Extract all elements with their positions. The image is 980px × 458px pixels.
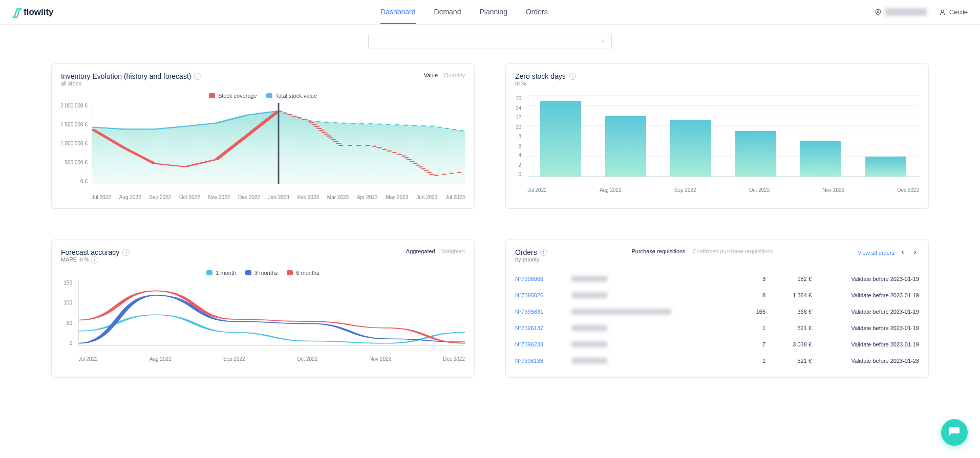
order-row: N°7395026████████81 364 €Validate before… (515, 287, 919, 303)
info-icon[interactable]: i (91, 256, 98, 264)
order-deadline: Validate before 2023-01-19 (817, 276, 919, 282)
legend-total-stock: Total stock value (275, 93, 317, 99)
order-id-link[interactable]: N°7395026 (515, 292, 566, 298)
user-menu[interactable]: Cecile (939, 8, 968, 16)
order-qty: 8 (735, 292, 765, 298)
pin-icon (875, 9, 882, 16)
order-qty: 3 (735, 276, 765, 282)
toggle-weighted[interactable]: Weighted (441, 248, 465, 254)
info-icon[interactable]: i (122, 249, 130, 256)
order-id-link[interactable]: N°7395831 (515, 309, 566, 315)
order-row: N°7395831████████████████████████165366 … (515, 303, 919, 320)
forecast-title: Forecast accuracy (61, 248, 119, 256)
tab-confirmed-req[interactable]: Confirmed purchase requisitions (693, 248, 774, 254)
order-desc: ████████ (571, 292, 730, 298)
main-nav: Dashboard Demand Planning Orders (380, 1, 548, 24)
toggle-value[interactable]: Value (424, 72, 438, 78)
legend-3m: 3 months (254, 270, 278, 276)
inventory-subtitle: all stock (61, 80, 201, 86)
user-name: Cecile (949, 8, 968, 16)
chevron-right-icon (912, 249, 918, 255)
forecast-subtitle: MAPE in % i (61, 256, 130, 264)
zero-stock-card: Zero stock days i In % 1614121086420 Jul… (505, 63, 929, 209)
order-amount: 366 € (771, 309, 812, 315)
orders-subtitle: by priority (515, 256, 547, 263)
orders-next-button[interactable] (911, 248, 919, 257)
order-row: N°7396138████████1521 €Validate before 2… (515, 353, 919, 369)
order-id-link[interactable]: N°7396137 (515, 325, 566, 331)
legend-stock-coverage: Stock coverage (218, 93, 257, 99)
order-amount: 521 € (771, 325, 812, 331)
nav-planning[interactable]: Planning (479, 1, 507, 24)
order-desc: ████████ (571, 358, 730, 364)
inventory-legend: Stock coverage Total stock value (61, 93, 465, 99)
svg-point-1 (942, 10, 944, 12)
order-amount: 521 € (771, 358, 812, 364)
order-desc: ████████████████████████ (571, 309, 730, 315)
header-right-group: ████████ Cecile (875, 8, 968, 16)
order-deadline: Validate before 2023-01-19 (817, 341, 919, 347)
location-selector[interactable]: ████████ (875, 8, 927, 16)
nav-orders[interactable]: Orders (526, 1, 548, 24)
orders-prev-button[interactable] (899, 248, 907, 257)
zero-stock-subtitle: In % (515, 80, 576, 86)
order-id-link[interactable]: N°7396233 (515, 341, 566, 347)
order-deadline: Validate before 2023-01-19 (817, 309, 919, 315)
legend-6m: 6 months (296, 270, 319, 276)
orders-card: Orders i by priority Purchase requisitio… (505, 239, 929, 378)
order-deadline: Validate before 2023-01-23 (817, 358, 919, 364)
zero-stock-title: Zero stock days (515, 72, 566, 80)
order-qty: 1 (735, 358, 765, 364)
order-amount: 3 038 € (771, 341, 812, 347)
order-desc: ████████ (571, 341, 730, 347)
brand-logo[interactable]: ∬ flowlity (12, 6, 54, 18)
location-name: ████████ (885, 8, 927, 16)
brand-name: flowlity (24, 7, 54, 17)
view-all-orders-link[interactable]: View all orders (858, 250, 894, 256)
forecast-toggle: Aggregated Weighted (406, 248, 465, 254)
forecast-card: Forecast accuracy i MAPE in % i Aggregat… (51, 239, 475, 378)
order-row: N°7396233████████73 038 €Validate before… (515, 336, 919, 353)
chevron-left-icon (900, 249, 906, 255)
legend-1m: 1 month (216, 270, 236, 276)
order-id-link[interactable]: N°7396138 (515, 358, 566, 364)
info-icon[interactable]: i (569, 73, 576, 80)
order-desc: ████████ (571, 325, 730, 331)
svg-point-0 (877, 11, 879, 13)
tab-purchase-req[interactable]: Purchase requisitions (631, 248, 685, 254)
inventory-title: Inventory Evolution (history and forecas… (61, 72, 191, 80)
chevron-down-icon (600, 38, 606, 45)
order-amount: 1 364 € (771, 292, 812, 298)
order-qty: 7 (735, 341, 765, 347)
forecast-chart: 150100500 Jul 2022Aug 2022Sep 2022Oct 20… (61, 280, 465, 362)
zero-stock-chart: 1614121086420 Jul 2022Aug 2022Sep 2022Oc… (515, 96, 919, 193)
nav-demand[interactable]: Demand (434, 1, 461, 24)
toggle-aggregated[interactable]: Aggregated (406, 248, 435, 254)
order-deadline: Validate before 2023-01-19 (817, 325, 919, 331)
inventory-toggle: Value Quantity (424, 72, 465, 78)
order-id-link[interactable]: N°7396066 (515, 276, 566, 282)
info-icon[interactable]: i (194, 73, 201, 80)
inventory-chart: 2 000 000 €1 500 000 €1 000 000 €500 000… (61, 103, 465, 200)
filter-row (0, 25, 980, 58)
logo-mark-icon: ∬ (12, 6, 20, 18)
info-icon[interactable]: i (540, 249, 547, 256)
order-desc: ████████ (571, 276, 730, 282)
orders-list: N°7396066████████3182 €Validate before 2… (515, 271, 919, 369)
order-row: N°7396066████████3182 €Validate before 2… (515, 271, 919, 287)
forecast-legend: 1 month 3 months 6 months (61, 270, 465, 276)
order-qty: 165 (735, 309, 765, 315)
filter-dropdown[interactable] (368, 34, 612, 49)
order-amount: 182 € (771, 276, 812, 282)
top-header: ∬ flowlity Dashboard Demand Planning Ord… (0, 0, 980, 25)
dashboard-grid: Inventory Evolution (history and forecas… (0, 58, 980, 398)
order-deadline: Validate before 2023-01-19 (817, 292, 919, 298)
user-icon (939, 9, 946, 16)
inventory-card: Inventory Evolution (history and forecas… (51, 63, 475, 209)
nav-dashboard[interactable]: Dashboard (380, 1, 416, 24)
toggle-quantity[interactable]: Quantity (444, 72, 465, 78)
orders-title: Orders (515, 248, 537, 256)
orders-tab-group: Purchase requisitions Confirmed purchase… (631, 248, 773, 254)
order-row: N°7396137████████1521 €Validate before 2… (515, 320, 919, 336)
order-qty: 1 (735, 325, 765, 331)
